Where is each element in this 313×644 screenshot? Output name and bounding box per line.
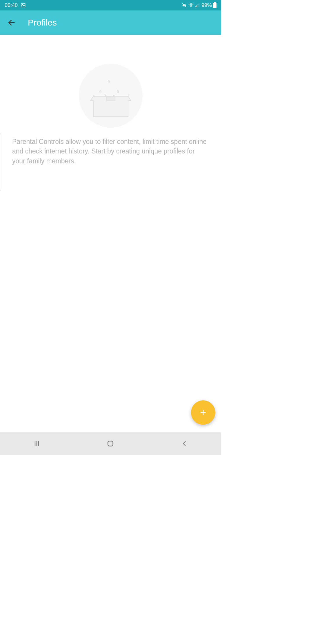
- vibrate-icon: [182, 3, 187, 8]
- edge-handle: [0, 133, 1, 191]
- empty-state-description: Parental Controls allow you to filter co…: [12, 137, 209, 166]
- empty-state-illustration: 0 0 0 \ 0 \ o o |: [79, 64, 143, 128]
- plus-icon: +: [200, 407, 206, 418]
- signal-icon: [195, 3, 200, 8]
- home-icon: [107, 440, 114, 447]
- recent-apps-button[interactable]: [19, 437, 54, 451]
- system-back-button[interactable]: [167, 437, 202, 451]
- wifi-icon: [188, 3, 194, 8]
- battery-icon: [213, 2, 216, 8]
- box-icon: [90, 82, 131, 128]
- battery-percent: 99%: [201, 2, 212, 8]
- back-button[interactable]: [5, 16, 19, 30]
- add-profile-button[interactable]: +: [191, 400, 215, 425]
- svg-rect-7: [214, 2, 216, 3]
- svg-rect-5: [198, 4, 198, 7]
- system-nav-bar: [0, 432, 221, 455]
- home-button[interactable]: [93, 437, 128, 451]
- svg-point-1: [22, 4, 23, 5]
- svg-rect-8: [213, 3, 216, 8]
- chevron-left-icon: [181, 440, 188, 447]
- status-right: 99%: [182, 2, 216, 8]
- status-left: 06:40: [5, 2, 26, 8]
- app-bar: Profiles: [0, 10, 221, 35]
- page-title: Profiles: [28, 18, 57, 28]
- clock: 06:40: [5, 2, 18, 8]
- svg-rect-3: [195, 6, 196, 7]
- svg-rect-4: [196, 5, 197, 7]
- recent-icon: [33, 440, 40, 447]
- arrow-left-icon: [8, 19, 16, 27]
- status-bar: 06:40: [0, 0, 221, 10]
- svg-point-2: [191, 6, 191, 7]
- svg-rect-12: [108, 441, 113, 446]
- svg-rect-6: [199, 3, 199, 7]
- picture-icon: [21, 3, 26, 8]
- main-content: 0 0 0 \ 0 \ o o | Parental Controls allo…: [0, 35, 221, 166]
